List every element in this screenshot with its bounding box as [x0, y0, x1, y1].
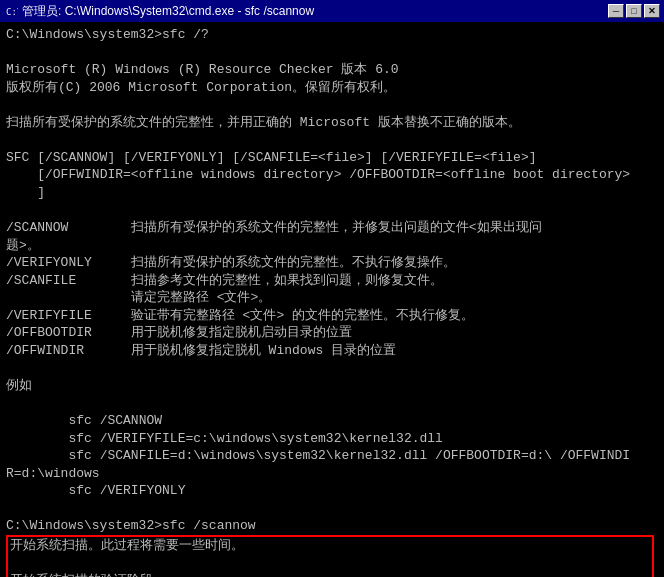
cmd-icon: C:\: [4, 4, 18, 18]
maximize-button[interactable]: □: [626, 4, 642, 18]
minimize-button[interactable]: ─: [608, 4, 624, 18]
title-bar: C:\ 管理员: C:\Windows\System32\cmd.exe - s…: [0, 0, 664, 22]
highlight-box: 开始系统扫描。此过程将需要一些时间。 开始系统扫描的验证阶段。验证 4% 已完成…: [6, 535, 654, 577]
title-bar-left: C:\ 管理员: C:\Windows\System32\cmd.exe - s…: [4, 3, 314, 20]
svg-text:C:\: C:\: [6, 7, 18, 17]
title-bar-buttons: ─ □ ✕: [608, 4, 660, 18]
title-bar-text: 管理员: C:\Windows\System32\cmd.exe - sfc /…: [22, 3, 314, 20]
close-button[interactable]: ✕: [644, 4, 660, 18]
console-area: C:\Windows\system32>sfc /? Microsoft (R)…: [0, 22, 664, 577]
window: C:\ 管理员: C:\Windows\System32\cmd.exe - s…: [0, 0, 664, 577]
